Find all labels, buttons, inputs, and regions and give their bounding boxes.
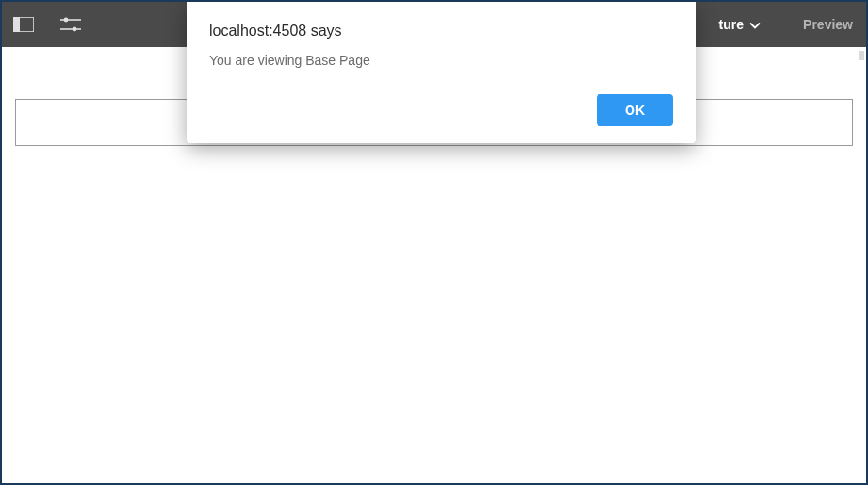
svg-rect-1 bbox=[13, 17, 20, 32]
dialog-actions: OK bbox=[209, 94, 673, 126]
toolbar-left-group bbox=[13, 14, 81, 35]
structure-dropdown[interactable]: ture bbox=[719, 17, 761, 32]
ok-button[interactable]: OK bbox=[597, 94, 673, 126]
preview-button[interactable]: Preview bbox=[803, 17, 853, 32]
alert-dialog: localhost:4508 says You are viewing Base… bbox=[187, 2, 696, 143]
dialog-message: You are viewing Base Page bbox=[209, 53, 673, 68]
dialog-title: localhost:4508 says bbox=[209, 23, 673, 40]
chevron-down-icon bbox=[749, 17, 761, 32]
sliders-icon[interactable] bbox=[60, 14, 81, 35]
side-panel-icon[interactable] bbox=[13, 14, 34, 35]
svg-point-3 bbox=[64, 18, 69, 23]
structure-label: ture bbox=[719, 17, 744, 32]
scrollbar[interactable] bbox=[859, 51, 864, 60]
svg-point-5 bbox=[73, 27, 77, 32]
